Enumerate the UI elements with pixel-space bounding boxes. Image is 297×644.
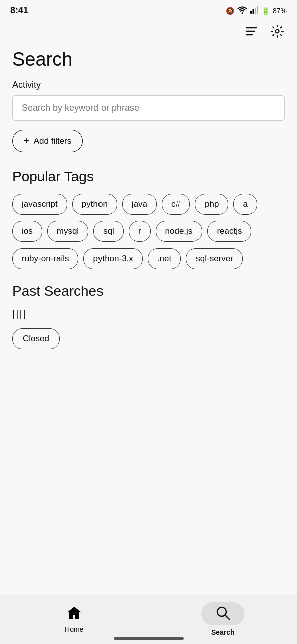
home-indicator: [114, 637, 184, 640]
bell-muted-icon: 🔕: [226, 7, 234, 15]
search-nav-label: Search: [211, 628, 235, 636]
battery-icon: 🔋: [261, 7, 270, 15]
closed-chip[interactable]: Closed: [12, 328, 60, 349]
page-title: Search: [12, 49, 285, 70]
tag-csharp[interactable]: c#: [162, 194, 190, 215]
tag-r[interactable]: r: [129, 221, 151, 242]
top-action-bar: [0, 19, 297, 44]
svg-rect-4: [257, 6, 258, 14]
closed-label: Closed: [23, 334, 49, 344]
tag-dotnet[interactable]: .net: [148, 248, 181, 269]
search-nav-icon-wrapper: [201, 602, 244, 625]
home-icon: [66, 605, 82, 622]
tags-row-3: ruby-on-rails python-3.x .net sql-server: [12, 248, 285, 269]
add-filters-label: Add filters: [34, 136, 72, 146]
bottom-nav: Home Search: [0, 594, 297, 644]
activity-label: Activity: [12, 79, 285, 90]
nav-item-search[interactable]: Search: [149, 594, 298, 644]
tag-javascript[interactable]: javascript: [12, 194, 67, 215]
plus-icon: +: [24, 135, 30, 147]
past-searches-section: Past Searches |||| Closed: [12, 283, 285, 349]
status-icons: 🔕 🔋 87%: [226, 6, 287, 15]
svg-rect-2: [252, 9, 254, 14]
svg-point-8: [276, 30, 279, 33]
nav-item-home[interactable]: Home: [0, 594, 149, 644]
past-search-dots: ||||: [12, 308, 285, 320]
settings-icon[interactable]: [270, 24, 285, 39]
status-bar: 8:41 🔕 🔋 87%: [0, 0, 297, 19]
tags-row-1: javascript python java c# php a: [12, 194, 285, 215]
tag-reactjs[interactable]: reactjs: [207, 221, 251, 242]
signal-icon: [250, 6, 258, 15]
past-searches-title: Past Searches: [12, 283, 285, 299]
filter-icon[interactable]: [245, 24, 260, 39]
tag-sql-server[interactable]: sql-server: [186, 248, 243, 269]
tag-mysql[interactable]: mysql: [47, 221, 88, 242]
tags-row-2: ios mysql sql r node.js reactjs: [12, 221, 285, 242]
tag-php[interactable]: php: [195, 194, 228, 215]
tag-nodejs[interactable]: node.js: [156, 221, 203, 242]
tag-python[interactable]: python: [72, 194, 117, 215]
wifi-icon: [237, 6, 247, 15]
battery-percentage: 87%: [273, 7, 287, 15]
main-content: Search Activity + Add filters Popular Ta…: [0, 44, 297, 410]
svg-rect-1: [250, 11, 252, 14]
home-nav-label: Home: [65, 625, 83, 633]
search-input[interactable]: [22, 103, 275, 113]
popular-tags-title: Popular Tags: [12, 169, 285, 185]
tag-ruby-on-rails[interactable]: ruby-on-rails: [12, 248, 78, 269]
tag-ios[interactable]: ios: [12, 221, 42, 242]
status-time: 8:41: [10, 5, 28, 16]
tag-sql[interactable]: sql: [93, 221, 124, 242]
tag-java[interactable]: java: [122, 194, 157, 215]
svg-rect-3: [255, 8, 256, 14]
tag-a[interactable]: a: [233, 194, 257, 215]
svg-point-0: [241, 12, 243, 14]
search-input-wrapper[interactable]: [12, 95, 285, 121]
tag-python3x[interactable]: python-3.x: [83, 248, 142, 269]
add-filters-button[interactable]: + Add filters: [12, 130, 83, 152]
svg-line-10: [225, 615, 229, 619]
